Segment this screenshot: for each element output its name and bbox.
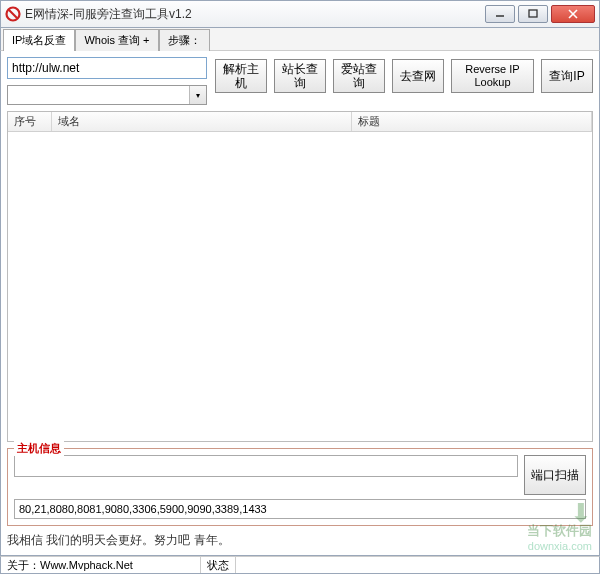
chevron-down-icon: ▾	[189, 86, 206, 104]
col-title[interactable]: 标题	[352, 112, 592, 131]
client-area: ▾ 解析主机 站长查询 爱站查询 去查网 Reverse IP Lookup 查…	[0, 50, 600, 556]
svg-rect-2	[529, 10, 537, 17]
minimize-button[interactable]	[485, 5, 515, 23]
listview-body	[8, 132, 592, 441]
host-info-box[interactable]	[14, 455, 518, 477]
col-index[interactable]: 序号	[8, 112, 52, 131]
reverse-ip-button[interactable]: Reverse IP Lookup	[451, 59, 534, 93]
quchawang-button[interactable]: 去查网	[392, 59, 444, 93]
app-icon	[5, 6, 21, 22]
message-line: 我相信 我们的明天会更好。努力吧 青年。	[7, 532, 593, 549]
tab-ip-reverse[interactable]: IP域名反查	[3, 29, 75, 51]
listview-header: 序号 域名 标题	[8, 112, 592, 132]
button-row: 解析主机 站长查询 爱站查询 去查网 Reverse IP Lookup 查询I…	[215, 59, 593, 93]
host-info-group: 主机信息 端口扫描	[7, 448, 593, 526]
host-info-legend: 主机信息	[14, 441, 64, 456]
status-about: 关于：Www.Mvphack.Net	[1, 557, 201, 573]
url-input[interactable]	[7, 57, 207, 79]
status-state: 状态	[201, 557, 236, 573]
parse-host-button[interactable]: 解析主机	[215, 59, 267, 93]
port-scan-button[interactable]: 端口扫描	[524, 455, 586, 495]
aizhan-button[interactable]: 爱站查询	[333, 59, 385, 93]
maximize-button[interactable]	[518, 5, 548, 23]
ports-input[interactable]	[14, 499, 586, 519]
combo-select[interactable]: ▾	[7, 85, 207, 105]
window-title: E网情深-同服旁注查询工具v1.2	[25, 6, 485, 23]
tab-strip: IP域名反查 Whois 查询 + 步骤：	[0, 28, 600, 50]
query-ip-button[interactable]: 查询IP	[541, 59, 593, 93]
chinaz-button[interactable]: 站长查询	[274, 59, 326, 93]
status-bar: 关于：Www.Mvphack.Net 状态	[0, 556, 600, 574]
tab-steps[interactable]: 步骤：	[159, 29, 210, 51]
window-titlebar: E网情深-同服旁注查询工具v1.2	[0, 0, 600, 28]
col-domain[interactable]: 域名	[52, 112, 352, 131]
results-listview[interactable]: 序号 域名 标题	[7, 111, 593, 442]
close-button[interactable]	[551, 5, 595, 23]
tab-whois[interactable]: Whois 查询 +	[75, 29, 158, 51]
window-buttons	[485, 5, 595, 23]
